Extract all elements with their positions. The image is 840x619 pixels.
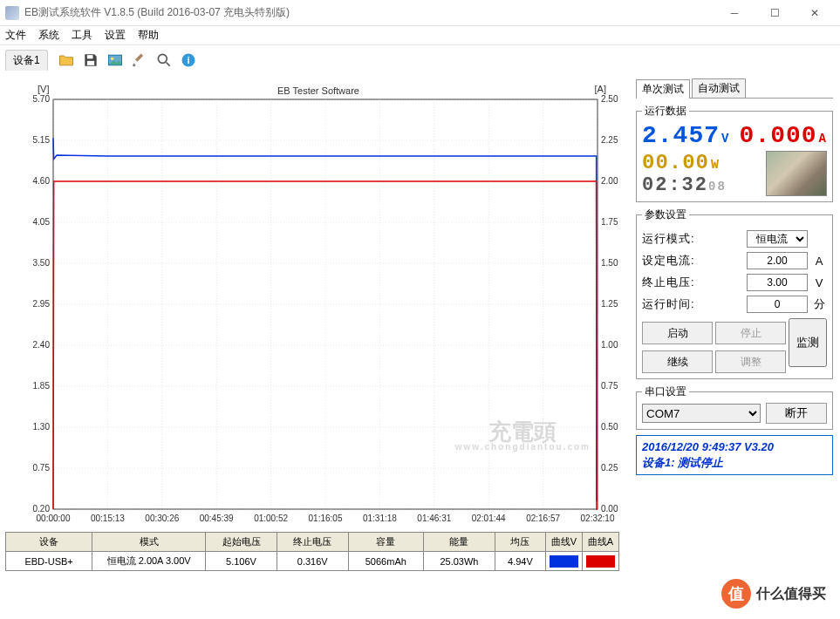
test-tabs: 单次测试 自动测试: [636, 78, 833, 99]
svg-text:4.60: 4.60: [33, 176, 51, 186]
mode-select[interactable]: 恒电流: [747, 230, 808, 248]
svg-text:01:00:52: 01:00:52: [254, 514, 288, 523]
app-icon: [5, 6, 19, 20]
cutoff-v-unit: V: [811, 276, 827, 289]
cutoff-v-input[interactable]: [747, 274, 808, 291]
maximize-button[interactable]: ☐: [755, 0, 795, 26]
param-group: 参数设置 运行模式: 恒电流 设定电流: A 终止电压: V 运行时间: 分: [636, 207, 833, 379]
svg-text:2.50: 2.50: [601, 94, 618, 104]
info-icon[interactable]: i: [177, 49, 200, 71]
tab-auto-test[interactable]: 自动测试: [692, 78, 746, 98]
menu-help[interactable]: 帮助: [138, 28, 159, 43]
continue-button[interactable]: 继续: [642, 350, 713, 373]
td-mode: 恒电流 2.00A 3.00V: [92, 552, 206, 571]
results-table: 设备 模式 起始电压 终止电压 容量 能量 均压 曲线V 曲线A EBD-USB…: [5, 532, 619, 571]
menu-file[interactable]: 文件: [5, 28, 26, 43]
title-bar: EB测试系统软件 V1.8.5 (Build 2016-03-07 充电头特别版…: [0, 0, 840, 26]
td-capacity: 5066mAh: [348, 552, 423, 571]
menu-bar: 文件 系统 工具 设置 帮助: [0, 26, 840, 45]
th-avg-v: 均压: [495, 533, 545, 552]
th-end-v: 终止电压: [277, 533, 348, 552]
svg-text:1.00: 1.00: [601, 340, 618, 350]
device-tab[interactable]: 设备1: [5, 50, 48, 71]
search-icon[interactable]: [153, 49, 175, 71]
set-current-input[interactable]: [747, 252, 808, 269]
td-device: EBD-USB+: [6, 552, 92, 571]
th-start-v: 起始电压: [206, 533, 277, 552]
param-legend: 参数设置: [642, 207, 689, 222]
status-line2: 设备1: 测试停止: [642, 455, 827, 471]
com-port-select[interactable]: COM7: [642, 404, 761, 423]
menu-settings[interactable]: 设置: [105, 28, 126, 43]
status-line1: 2016/12/20 9:49:37 V3.20: [642, 439, 827, 455]
run-data-group: 运行数据 2.457V 0.000A 00.00W 02:3208: [636, 104, 833, 202]
svg-text:0.75: 0.75: [33, 463, 51, 473]
runtime-unit: 分: [811, 296, 827, 312]
start-button[interactable]: 启动: [642, 322, 713, 344]
svg-point-4: [158, 54, 167, 63]
svg-text:2.40: 2.40: [33, 340, 51, 350]
toolbar: 设备1 i: [0, 45, 840, 75]
menu-system[interactable]: 系统: [38, 28, 59, 43]
th-mode: 模式: [92, 533, 206, 552]
svg-text:0.00: 0.00: [601, 504, 618, 514]
tab-single-test[interactable]: 单次测试: [636, 79, 690, 99]
td-avg-v: 4.94V: [495, 552, 545, 571]
svg-text:5.70: 5.70: [33, 94, 51, 104]
svg-text:0.25: 0.25: [601, 463, 618, 473]
serial-legend: 串口设置: [642, 384, 689, 399]
svg-text:00:00:00: 00:00:00: [37, 514, 71, 523]
table-row[interactable]: EBD-USB+ 恒电流 2.00A 3.00V 5.106V 0.316V 5…: [6, 552, 619, 571]
svg-text:0.50: 0.50: [601, 422, 618, 432]
runtime-label: 运行时间:: [642, 296, 747, 312]
left-axis-unit: [V]: [38, 84, 49, 94]
svg-text:00:15:13: 00:15:13: [91, 514, 125, 523]
open-icon[interactable]: [55, 49, 78, 71]
svg-text:1.50: 1.50: [601, 258, 618, 268]
th-curve-a: 曲线A: [583, 533, 619, 552]
svg-text:00:45:39: 00:45:39: [200, 514, 234, 523]
svg-text:00:30:26: 00:30:26: [145, 514, 179, 523]
set-current-label: 设定电流:: [642, 253, 747, 269]
runtime-input[interactable]: [747, 296, 808, 313]
image-icon[interactable]: [104, 49, 126, 71]
mode-label: 运行模式:: [642, 231, 747, 247]
svg-rect-0: [87, 55, 93, 58]
svg-text:1.75: 1.75: [601, 217, 618, 227]
adjust-button[interactable]: 调整: [715, 350, 786, 373]
power-readout: 00.00W: [642, 151, 761, 174]
svg-text:2.95: 2.95: [33, 299, 51, 309]
right-axis-unit: [A]: [595, 84, 606, 94]
stop-button[interactable]: 停止: [715, 322, 786, 344]
svg-text:2.00: 2.00: [601, 176, 618, 186]
th-capacity: 容量: [348, 533, 423, 552]
svg-text:5.15: 5.15: [33, 135, 51, 145]
svg-text:01:31:18: 01:31:18: [363, 514, 397, 523]
close-button[interactable]: ✕: [795, 0, 835, 26]
set-current-unit: A: [811, 255, 827, 268]
svg-text:3.50: 3.50: [33, 258, 51, 268]
current-readout: 0.000A: [740, 122, 827, 149]
run-data-legend: 运行数据: [642, 104, 689, 119]
corner-text: 什么值得买: [756, 585, 826, 603]
td-curve-v-swatch: [546, 552, 583, 571]
svg-text:0.20: 0.20: [33, 504, 51, 514]
td-energy: 25.03Wh: [424, 552, 495, 571]
svg-text:02:16:57: 02:16:57: [526, 514, 560, 523]
td-curve-a-swatch: [583, 552, 619, 571]
svg-point-3: [111, 58, 113, 60]
th-energy: 能量: [424, 533, 495, 552]
disconnect-button[interactable]: 断开: [766, 403, 827, 424]
svg-text:0.75: 0.75: [601, 381, 618, 391]
th-curve-v: 曲线V: [546, 533, 583, 552]
status-box: 2016/12/20 9:49:37 V3.20 设备1: 测试停止: [636, 435, 833, 475]
svg-text:i: i: [187, 54, 189, 65]
minimize-button[interactable]: ─: [714, 0, 755, 26]
tools-icon[interactable]: [128, 49, 151, 71]
td-end-v: 0.316V: [277, 552, 348, 571]
menu-tools[interactable]: 工具: [72, 28, 92, 43]
thumbnail-image: [766, 151, 827, 196]
save-icon[interactable]: [79, 49, 102, 71]
window-title: EB测试系统软件 V1.8.5 (Build 2016-03-07 充电头特别版…: [24, 5, 290, 20]
monitor-button[interactable]: 监测: [789, 318, 827, 367]
